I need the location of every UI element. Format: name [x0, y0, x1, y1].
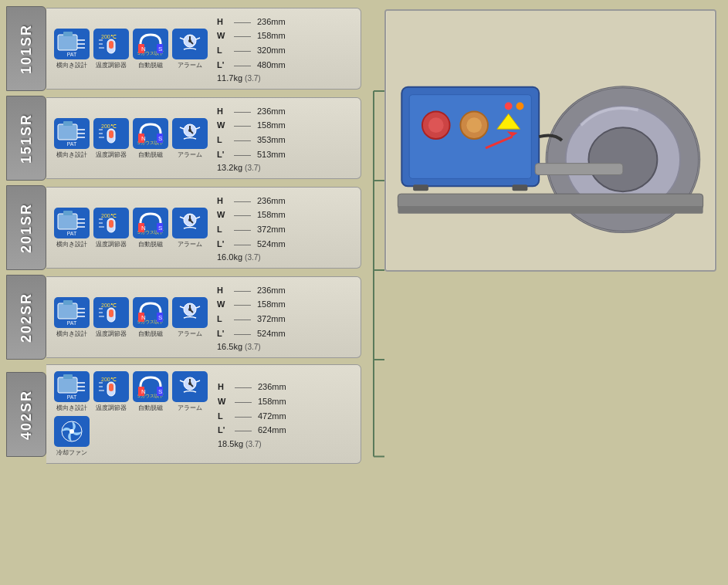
spec-line-W-202SR: W——158mm — [217, 297, 286, 312]
svg-rect-118 — [109, 384, 113, 391]
icon-label-analog: 温度調節器 — [96, 240, 127, 249]
svg-text:N: N — [141, 388, 146, 395]
icon-pat-402SR: PAT 横向き設計 — [54, 371, 90, 412]
icon-label-analog: 温度調節器 — [96, 330, 127, 338]
spec-line-W-201SR: W——158mm — [217, 208, 286, 222]
product-body-101SR: PAT 横向き設計 200℃ 温度調節器 5ガウス以下 N S 自 — [46, 8, 361, 90]
icon-label-alarm: アラーム — [178, 150, 202, 159]
product-body-402SR: PAT 横向き設計 200℃ 温度調節器 5ガウス以下 N S 自 — [46, 364, 361, 464]
icon-analog-151SR: 200℃ 温度調節器 — [93, 118, 129, 159]
model-label-201SR: 201SR — [6, 185, 46, 270]
svg-text:PAT: PAT — [67, 320, 77, 326]
spec-line-H-151SR: H——236mm — [217, 104, 286, 119]
icon-label-pat: 横向き設計 — [56, 240, 87, 249]
svg-rect-156 — [413, 184, 428, 191]
svg-text:S: S — [158, 135, 162, 142]
icon-analog-202SR: 200℃ 温度調節器 — [93, 297, 129, 338]
model-label-202SR: 202SR — [6, 275, 46, 360]
icon-box-analog: 200℃ — [93, 371, 129, 402]
spec-line-L'-202SR: L'——524mm — [217, 326, 286, 341]
icon-demagnetize-151SR: 5ガウス以下 N S 自動脱磁 — [133, 118, 168, 159]
icon-box-demagnetize: 5ガウス以下 N S — [133, 118, 168, 149]
svg-rect-56 — [63, 211, 73, 215]
icon-box-pat: PAT — [54, 208, 90, 238]
svg-rect-10 — [109, 41, 113, 49]
spec-line-H-201SR: H——236mm — [217, 194, 286, 208]
icon-box-pat: PAT — [54, 118, 90, 149]
specs-402SR: H——236mmW——158mmL——472mmL'——624mm18.5kg … — [218, 380, 286, 448]
left-panel: 101SR PAT 横向き設計 200℃ 温度調節器 5ガウス以下 — [6, 6, 361, 579]
svg-point-132 — [188, 382, 191, 385]
specs-201SR: H——236mmW——158mmL——372mmL'——524mm16.0kg … — [217, 194, 286, 262]
icon-label-demagnetize: 自動脱磁 — [138, 150, 163, 159]
icon-box-alarm — [172, 118, 208, 149]
svg-rect-110 — [63, 374, 73, 379]
svg-rect-64 — [109, 220, 113, 228]
icon-label-alarm: アラーム — [178, 61, 202, 69]
svg-rect-28 — [58, 124, 77, 140]
svg-text:S: S — [158, 46, 162, 52]
icon-label-analog: 温度調節器 — [96, 150, 127, 159]
spec-line-W-101SR: W——158mm — [217, 29, 286, 43]
svg-rect-1 — [58, 35, 77, 50]
spec-line-W-151SR: W——158mm — [217, 118, 286, 133]
svg-text:200℃: 200℃ — [101, 303, 117, 308]
icon-box-alarm — [172, 371, 208, 402]
svg-point-105 — [188, 308, 191, 311]
spec-line-H-402SR: H——236mm — [218, 380, 286, 394]
main-container: 101SR PAT 横向き設計 200℃ 温度調節器 5ガウス以下 — [0, 0, 728, 585]
svg-text:200℃: 200℃ — [101, 34, 117, 39]
icon-alarm-151SR: アラーム — [172, 118, 208, 159]
icons-section-201SR: PAT 横向き設計 200℃ 温度調節器 5ガウス以下 N S 自 — [54, 208, 208, 249]
product-row-151SR: 151SR PAT 横向き設計 200℃ 温度調節器 5ガウス以下 — [6, 96, 361, 181]
icon-label-demagnetize: 自動脱磁 — [138, 240, 163, 249]
weight-101SR: 11.7kg (3.7) — [217, 73, 286, 83]
icon-label-pat: 横向き設計 — [56, 150, 87, 159]
weight-201SR: 16.0kg (3.7) — [217, 252, 286, 262]
icon-label-pat: 横向き設計 — [56, 61, 87, 69]
svg-rect-29 — [63, 121, 73, 126]
svg-text:N: N — [141, 135, 146, 142]
svg-point-78 — [188, 218, 191, 221]
svg-point-148 — [428, 117, 444, 133]
product-body-201SR: PAT 横向き設計 200℃ 温度調節器 5ガウス以下 N S 自 — [46, 187, 361, 269]
svg-text:PAT: PAT — [67, 52, 77, 57]
icon-demagnetize-402SR: 5ガウス以下 N S 自動脱磁 — [133, 371, 168, 412]
svg-text:PAT: PAT — [67, 231, 77, 236]
svg-text:PAT: PAT — [67, 141, 77, 147]
icon-label-demagnetize: 自動脱磁 — [138, 330, 163, 338]
svg-rect-164 — [398, 206, 703, 214]
svg-point-160 — [588, 127, 657, 191]
svg-text:N: N — [141, 46, 146, 52]
weight-151SR: 13.2kg (3.7) — [217, 163, 286, 172]
svg-text:S: S — [158, 225, 162, 232]
spec-line-L'-402SR: L'——624mm — [218, 423, 286, 438]
icon-box-demagnetize: 5ガウス以下 N S — [133, 208, 168, 238]
icon-pat-202SR: PAT 横向き設計 — [54, 297, 90, 338]
product-row-402SR: 402SR PAT 横向き設計 200℃ 温度調節器 5ガウス以下 — [6, 364, 361, 464]
icons-section-202SR: PAT 横向き設計 200℃ 温度調節器 5ガウス以下 N S 自 — [54, 297, 208, 338]
icon-box-alarm — [172, 297, 208, 328]
product-body-202SR: PAT 横向き設計 200℃ 温度調節器 5ガウス以下 N S 自 — [46, 276, 361, 359]
spec-line-H-101SR: H——236mm — [217, 15, 286, 29]
icon-box-fan — [54, 416, 90, 447]
specs-101SR: H——236mmW——158mmL——320mmL'——480mm11.7kg … — [217, 15, 286, 83]
icon-box-pat: PAT — [54, 29, 90, 59]
icon-label-alarm: アラーム — [178, 240, 202, 249]
svg-rect-55 — [58, 214, 77, 229]
icon-box-pat: PAT — [54, 371, 90, 402]
svg-rect-157 — [513, 184, 528, 191]
svg-text:N: N — [141, 225, 146, 232]
icon-demagnetize-202SR: 5ガウス以下 N S 自動脱磁 — [133, 297, 168, 338]
svg-text:PAT: PAT — [67, 394, 77, 400]
icon-box-analog: 200℃ — [93, 297, 129, 328]
icon-label-fan: 冷却ファン — [56, 448, 87, 457]
weight-402SR: 18.5kg (3.7) — [218, 439, 286, 448]
svg-point-24 — [188, 39, 191, 42]
svg-text:200℃: 200℃ — [101, 213, 117, 218]
svg-rect-162 — [535, 164, 623, 175]
spec-line-L'-151SR: L'——513mm — [217, 147, 286, 162]
icon-analog-201SR: 200℃ 温度調節器 — [93, 208, 129, 249]
svg-rect-82 — [58, 303, 77, 319]
model-label-402SR: 402SR — [6, 372, 46, 457]
